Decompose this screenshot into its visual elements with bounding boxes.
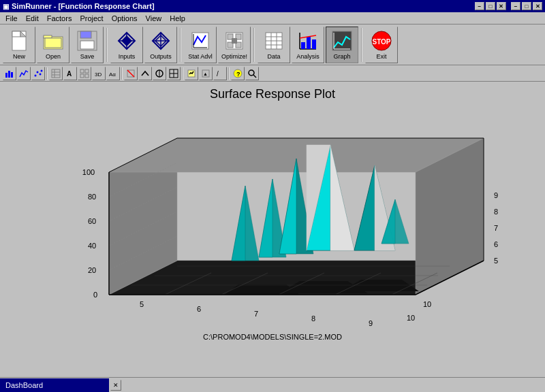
- svg-line-75: [253, 75, 256, 78]
- analysis-button[interactable]: Analysis: [292, 27, 324, 63]
- svg-text:8: 8: [311, 314, 315, 323]
- svg-rect-43: [5, 73, 7, 78]
- status-bar: DashBoard ✕: [0, 377, 545, 392]
- separator-3: [253, 28, 255, 62]
- bar-chart-button[interactable]: [3, 67, 16, 80]
- menu-factors[interactable]: Factors: [43, 14, 76, 23]
- svg-point-46: [35, 74, 37, 76]
- svg-text:3D: 3D: [95, 71, 102, 78]
- open-button[interactable]: Open: [37, 27, 69, 63]
- icon-button-9[interactable]: [138, 67, 152, 80]
- data-label: Data: [267, 53, 280, 60]
- maximize-button[interactable]: □: [486, 2, 495, 10]
- 3d-button[interactable]: 3D: [92, 67, 106, 80]
- icon-button-7[interactable]: Aα: [106, 67, 120, 80]
- new-label: New: [13, 53, 25, 60]
- svg-text:10: 10: [407, 314, 415, 322]
- menu-options[interactable]: Options: [108, 14, 142, 23]
- help-button[interactable]: ?: [231, 67, 245, 80]
- optimize-label: Optimize!: [221, 53, 247, 60]
- menu-project[interactable]: Project: [76, 14, 107, 23]
- grid-button[interactable]: [78, 67, 91, 80]
- svg-text:0: 0: [93, 291, 97, 299]
- table-button[interactable]: [49, 67, 63, 80]
- icon-button-8[interactable]: [124, 67, 138, 80]
- menu-help[interactable]: Help: [166, 14, 189, 23]
- svg-text:10: 10: [423, 300, 431, 308]
- status-close-button[interactable]: ✕: [110, 380, 121, 391]
- save-label: Save: [80, 53, 95, 60]
- surface-plot: 0 20 40 60 80 100 5 6 7 8 9 10 5 6 7 8 9…: [41, 104, 504, 329]
- svg-point-74: [249, 70, 254, 76]
- chart-area: 0 20 40 60 80 100 5 6 7 8 9 10 5 6 7 8 9…: [41, 104, 504, 329]
- inputs-label: Inputs: [119, 53, 136, 60]
- main-content: Surface Response Plot: [0, 82, 545, 377]
- menu-edit[interactable]: Edit: [22, 14, 43, 23]
- icon-button-14[interactable]: /: [213, 67, 227, 80]
- chart-footer: C:\PROMOD4\MODELS\SINGLE=2.MOD: [203, 333, 342, 341]
- svg-text:6: 6: [197, 305, 201, 313]
- inputs-icon: [116, 30, 138, 52]
- search-button[interactable]: [245, 67, 259, 80]
- status-label: DashBoard: [5, 381, 43, 389]
- close-button[interactable]: ✕: [497, 2, 506, 10]
- dashboard-status[interactable]: DashBoard: [0, 378, 109, 392]
- svg-text:STOP: STOP: [372, 38, 390, 46]
- svg-rect-36: [312, 39, 316, 49]
- svg-text:7: 7: [494, 224, 498, 232]
- exit-button[interactable]: STOP Exit: [365, 27, 398, 63]
- separator-2: [180, 28, 181, 62]
- svg-text:80: 80: [88, 193, 96, 201]
- inner-minimize-button[interactable]: −: [511, 2, 520, 10]
- stat-advl-button[interactable]: Stat Advl: [184, 27, 217, 63]
- new-button[interactable]: New: [3, 27, 35, 63]
- svg-rect-38: [332, 31, 352, 50]
- save-button[interactable]: Save: [71, 27, 104, 63]
- exit-icon: STOP: [371, 30, 392, 52]
- menu-file[interactable]: File: [1, 14, 22, 23]
- outputs-button[interactable]: Outputs: [144, 27, 177, 63]
- exit-label: Exit: [376, 53, 386, 60]
- svg-text:A: A: [67, 70, 72, 78]
- svg-text:40: 40: [88, 242, 96, 250]
- svg-rect-58: [85, 74, 89, 78]
- new-icon: [8, 30, 30, 52]
- svg-text:5: 5: [140, 300, 144, 308]
- svg-rect-34: [301, 42, 305, 49]
- graph-button[interactable]: Graph: [326, 27, 358, 63]
- svg-text:20: 20: [88, 266, 96, 274]
- svg-rect-56: [85, 69, 89, 73]
- title-text: SimRunner - [Function Response Chart]: [12, 2, 155, 10]
- secondary-toolbar: A 3D Aα ▲ / ?: [0, 65, 545, 82]
- toolbar2-sep4: [228, 67, 230, 80]
- svg-point-47: [37, 71, 39, 73]
- toolbar2-sep1: [46, 67, 48, 80]
- svg-text:▲: ▲: [203, 71, 208, 76]
- title-bar-buttons[interactable]: − □ ✕ − □ ✕: [475, 2, 542, 10]
- icon-button-13[interactable]: ▲: [199, 67, 213, 80]
- svg-text:Aα: Aα: [109, 71, 116, 78]
- svg-line-62: [127, 70, 134, 77]
- minimize-button[interactable]: −: [475, 2, 484, 10]
- optimize-button[interactable]: Optimize!: [218, 27, 251, 63]
- svg-text:9: 9: [369, 319, 373, 327]
- inputs-button[interactable]: Inputs: [110, 27, 143, 63]
- optimize-icon: [223, 30, 245, 52]
- icon-button-11[interactable]: [167, 67, 181, 80]
- icon-button-12[interactable]: [185, 67, 198, 80]
- menu-view[interactable]: View: [142, 14, 166, 23]
- inner-maximize-button[interactable]: □: [522, 2, 531, 10]
- svg-rect-35: [307, 37, 311, 49]
- svg-rect-44: [8, 71, 10, 78]
- svg-text:?: ?: [236, 71, 240, 78]
- line-chart-button[interactable]: [17, 67, 31, 80]
- app-icon: ▣: [3, 3, 9, 10]
- icon-button-10[interactable]: [153, 67, 166, 80]
- data-button[interactable]: Data: [258, 27, 290, 63]
- inner-close-button[interactable]: ✕: [533, 2, 542, 10]
- svg-text:7: 7: [254, 310, 258, 318]
- text-button[interactable]: A: [63, 67, 77, 80]
- open-icon: [42, 30, 64, 52]
- svg-rect-55: [80, 69, 84, 73]
- scatter-chart-button[interactable]: [31, 67, 45, 80]
